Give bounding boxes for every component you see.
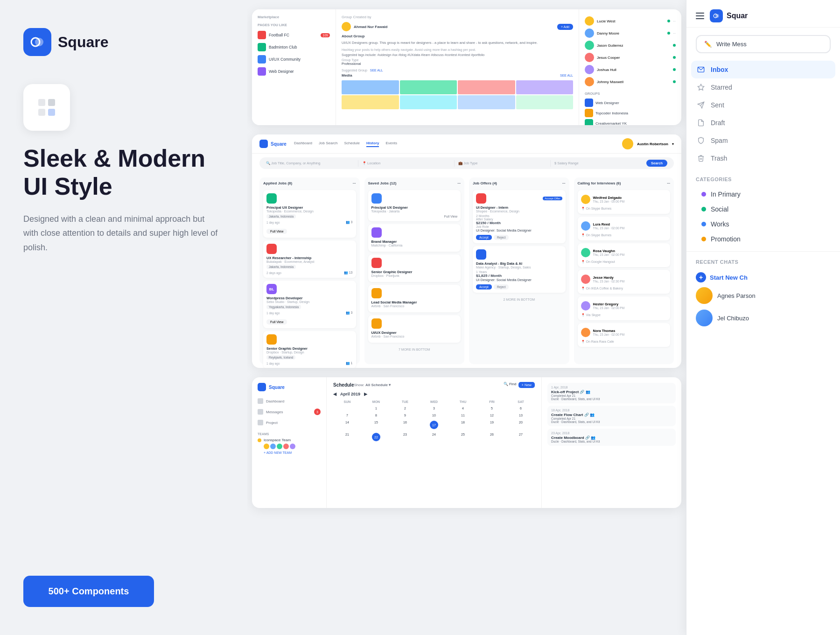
page-item: Web Designer	[258, 65, 330, 78]
email-nav: Inbox Starred Sent	[686, 61, 840, 167]
widget-icon-box	[23, 84, 70, 131]
category-dot-social	[701, 207, 706, 212]
recent-chats-section: RECENT CHATS + Start New Ch Agnes Parson…	[686, 251, 840, 337]
inbox-label: Inbox	[711, 66, 728, 73]
page-item: Badminton Club	[258, 41, 330, 53]
starred-label: Starred	[711, 84, 732, 91]
start-new-chat-button[interactable]: + Start New Ch	[696, 270, 831, 284]
categories-title: CATEGORIES	[696, 176, 831, 182]
page-dot-red	[258, 31, 266, 39]
nav-item-sent[interactable]: Sent	[691, 96, 835, 114]
chat-avatar-jel	[696, 310, 713, 326]
chat-item-agnes[interactable]: Agnes Parson	[696, 284, 831, 307]
right-logo-text: Squar	[727, 12, 748, 20]
logo-area: Square	[23, 28, 224, 56]
left-panel: Square Sleek & Modern UI Style Designed …	[0, 0, 247, 635]
mock-social-content: Group Created by Ahmad Nur Fawaid + Add …	[336, 9, 579, 125]
mock-schedule-tasks: 1 Apr, 2018 Kick-off Project 🔗 👥 Complet…	[541, 377, 681, 508]
chat-name-agnes: Agnes Parson	[717, 292, 756, 299]
cta-button[interactable]: 500+ Components	[23, 576, 154, 607]
draft-label: Draft	[711, 119, 725, 127]
category-dot-promotion	[701, 237, 706, 241]
main-heading: Sleek & Modern UI Style	[23, 145, 224, 201]
category-label-social: Social	[711, 205, 728, 213]
creator-avatar	[342, 22, 351, 31]
svg-rect-4	[48, 99, 55, 106]
inbox-icon	[697, 65, 705, 74]
sent-label: Sent	[711, 101, 724, 109]
start-new-icon: +	[696, 272, 706, 282]
mock-social-sidebar: Marketplace PAGES YOU LIKE Football FC 1…	[252, 9, 336, 125]
spam-label: Spam	[711, 137, 728, 144]
category-social[interactable]: Social	[696, 202, 831, 217]
svg-rect-5	[48, 109, 55, 116]
chat-avatar-agnes	[696, 287, 713, 304]
right-panel-header: Squar	[686, 0, 840, 28]
category-label-works: Works	[711, 220, 729, 228]
sub-text: Designed with a clean and minimal approa…	[23, 212, 219, 255]
category-dot-primary	[701, 192, 706, 197]
mock-social-right: Lucie West··· Danny Moore··· Jason Gutie…	[579, 9, 681, 125]
category-promotion[interactable]: Promotion	[696, 232, 831, 247]
nav-item-draft[interactable]: Draft	[691, 114, 835, 132]
svg-rect-3	[38, 109, 45, 116]
send-icon	[697, 101, 705, 109]
category-primary[interactable]: In Primary	[696, 187, 831, 202]
page-dot-blue	[258, 55, 266, 64]
page-dot-purple	[258, 67, 266, 76]
nav-item-inbox[interactable]: Inbox	[691, 61, 835, 78]
category-dot-works	[701, 222, 706, 226]
recent-chats-title: RECENT CHATS	[696, 259, 738, 265]
category-label-primary: In Primary	[711, 190, 741, 198]
svg-point-7	[715, 14, 719, 18]
nav-item-spam[interactable]: Spam	[691, 132, 835, 149]
start-new-label: Start New Ch	[710, 274, 748, 281]
recent-chats-header: RECENT CHATS	[696, 259, 831, 265]
draft-icon	[697, 119, 705, 127]
chat-name-jel: Jel Chibuzo	[717, 315, 749, 322]
categories-section: CATEGORIES In Primary Social Works Promo…	[686, 167, 840, 251]
mock-schedule-main: Schedule Show: All Schedule ▾ 🔍 Find + N…	[327, 377, 541, 508]
svg-point-1	[35, 38, 43, 46]
logo-text: Square	[58, 34, 108, 51]
mock-jobs-card: Square Dashboard Job Search Schedule His…	[252, 134, 681, 368]
spam-icon	[697, 136, 705, 145]
trash-label: Trash	[711, 155, 727, 162]
write-message-button[interactable]: ✏️ Write Mess	[696, 35, 831, 53]
svg-rect-2	[38, 99, 45, 106]
mock-schedule-sidebar: Square Dashboard Messages3 Project TEAMS…	[252, 377, 327, 508]
right-email-panel: Squar ✏️ Write Mess Inbox Starred	[686, 0, 840, 635]
trash-icon	[697, 154, 705, 162]
pages-label: PAGES YOU LIKE	[258, 23, 330, 27]
mock-kanban-board: Applied Jobs (8)··· Principal UX Designe…	[252, 173, 681, 368]
chat-item-jel[interactable]: Jel Chibuzo	[696, 307, 831, 329]
mock-jobs-search: 🔍 Job Title, Company, or Anything 📍 Loca…	[259, 157, 674, 169]
write-icon: ✏️	[704, 41, 712, 48]
center-panel: Marketplace PAGES YOU LIKE Football FC 1…	[247, 0, 686, 635]
category-works[interactable]: Works	[696, 217, 831, 232]
nav-item-starred[interactable]: Starred	[691, 78, 835, 96]
mock-social-card: Marketplace PAGES YOU LIKE Football FC 1…	[252, 9, 681, 125]
svg-marker-9	[698, 84, 704, 90]
page-item: UI/UX Community	[258, 53, 330, 65]
category-label-promotion: Promotion	[711, 235, 741, 243]
page-dot-green	[258, 43, 266, 51]
page-item: Football FC 109	[258, 29, 330, 41]
mock-jobs-navbar: Square Dashboard Job Search Schedule His…	[252, 134, 681, 154]
nav-item-trash[interactable]: Trash	[691, 149, 835, 167]
mock-schedule-card: Square Dashboard Messages3 Project TEAMS…	[252, 377, 681, 508]
right-logo: Squar	[710, 9, 748, 22]
star-icon	[697, 83, 705, 92]
logo-icon	[23, 28, 51, 56]
hamburger-menu[interactable]	[696, 13, 704, 19]
right-logo-icon	[710, 9, 723, 22]
